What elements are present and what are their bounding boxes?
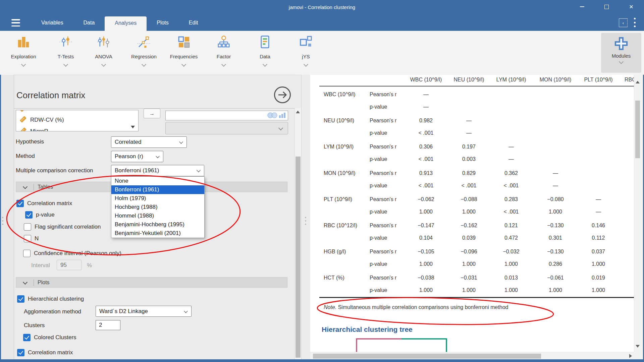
results-vertical-scrollbar[interactable] xyxy=(634,75,641,352)
checkbox-p-value[interactable]: p-value xyxy=(25,211,55,219)
maximize-button[interactable] xyxy=(599,0,614,13)
row-label: HCT (%) xyxy=(324,275,344,281)
table-note: Note. Simultaneous multiple correlation … xyxy=(324,304,508,310)
plots-section-header[interactable]: Plots xyxy=(16,277,287,288)
table-cell: < .001 xyxy=(404,183,448,189)
ribbon-item-anova[interactable]: ANOVA xyxy=(85,32,122,73)
scrollbar-thumb[interactable] xyxy=(635,101,640,158)
stat-label: Pearson's r xyxy=(370,144,396,150)
stat-label: Pearson's r xyxy=(370,196,396,202)
method-value: Pearson (r) xyxy=(115,153,143,160)
list-item-micror[interactable]: MicroR xyxy=(16,127,138,131)
tab-data[interactable]: Data xyxy=(73,15,105,31)
ribbon-item-t-tests[interactable]: T-Tests xyxy=(47,32,84,73)
hamburger-menu-icon[interactable] xyxy=(11,19,21,26)
table-cell: — xyxy=(577,196,620,202)
assigned-variables-box[interactable] xyxy=(165,111,288,120)
tab-plots[interactable]: Plots xyxy=(147,15,179,31)
scroll-up-icon[interactable] xyxy=(636,81,640,83)
variables-list[interactable]: RDW-CV (%) MicroR xyxy=(16,110,139,131)
table-header-rule xyxy=(319,86,634,86)
scroll-up-icon[interactable] xyxy=(296,111,300,113)
ribbon-item-exploration[interactable]: Exploration xyxy=(5,32,42,73)
list-item-rdw-cv[interactable]: RDW-CV (%) xyxy=(16,116,138,124)
maximize-icon xyxy=(604,5,609,9)
options-panel-scrollbar[interactable] xyxy=(294,108,302,359)
ribbon-item-jys[interactable]: jYS xyxy=(287,32,324,73)
table-cell: 0.003 xyxy=(447,156,491,162)
analysis-title: Correlation matrix xyxy=(16,90,85,101)
results-panel: WBC (10^9/l)NEU (10^9/l)LYM (10^9/l)MON … xyxy=(310,75,634,359)
factor-icon xyxy=(205,34,242,52)
interval-input[interactable]: 95 xyxy=(57,260,82,270)
scrollbar-thumb[interactable] xyxy=(296,157,301,358)
splitter-drag-handle[interactable] xyxy=(305,217,306,225)
modules-button[interactable]: Modules xyxy=(601,33,641,73)
checkbox-hierarchical-clustering[interactable]: Hierarchical clustering xyxy=(17,295,84,303)
checked-checkbox-icon xyxy=(23,334,31,341)
ribbon-item-data[interactable]: Data xyxy=(247,32,283,73)
clusters-input[interactable]: 2 xyxy=(96,320,120,330)
table-cell: — xyxy=(404,92,448,98)
dropdown-option-holm-1979-[interactable]: Holm (1979) xyxy=(111,194,204,203)
list-scroll-down-icon[interactable] xyxy=(131,126,135,128)
continuous-variable-icon xyxy=(19,116,27,125)
scroll-down-icon[interactable] xyxy=(636,345,640,348)
table-cell: 1.000 xyxy=(447,287,491,293)
assign-variable-button[interactable]: → xyxy=(144,109,160,118)
correction-label: Multiple comparison correction xyxy=(16,167,93,174)
chevron-down-icon xyxy=(142,62,146,67)
variable-label: RDW-CV (%) xyxy=(30,117,64,123)
stat-label: p-value xyxy=(370,104,387,110)
tab-variables[interactable]: Variables xyxy=(31,15,73,31)
checkbox-colored-clusters[interactable]: Colored Clusters xyxy=(23,334,76,341)
hypothesis-label: Hypothesis xyxy=(16,138,44,145)
run-analysis-button[interactable] xyxy=(274,86,291,103)
results-horizontal-scrollbar[interactable] xyxy=(310,352,634,360)
collapse-results-icon[interactable]: ‹ xyxy=(619,18,628,27)
table-cell: — xyxy=(447,118,491,124)
table-cell: — xyxy=(404,104,448,110)
ribbon-item-frequencies[interactable]: Frequencies xyxy=(165,32,202,73)
tab-analyses[interactable]: Analyses xyxy=(105,16,147,31)
hypothesis-select[interactable]: Correlated xyxy=(111,136,187,148)
table-cell: — xyxy=(534,183,577,189)
dropdown-option-benjamini-hochberg-1995-[interactable]: Benjamini-Hochberg (1995) xyxy=(111,220,204,229)
stat-label: Pearson's r xyxy=(370,118,396,124)
dropdown-option-bonferroni-1961-[interactable]: Bonferroni (1961) xyxy=(111,185,204,194)
minimize-icon xyxy=(580,6,584,7)
left-drag-handle[interactable] xyxy=(2,217,3,225)
table-cell: — xyxy=(447,130,491,136)
row-label: WBC (10^9/l) xyxy=(324,92,356,98)
dropdown-option-hommel-1988-[interactable]: Hommel (1988) xyxy=(111,212,204,220)
kebab-menu-icon[interactable] xyxy=(632,18,637,27)
scroll-right-icon[interactable] xyxy=(629,354,632,358)
dropdown-option-hochberg-1988-[interactable]: Hochberg (1988) xyxy=(111,203,204,212)
checkbox-correlation-matrix[interactable]: Correlation matrix xyxy=(16,200,72,207)
checkbox-confidence-interval-pearson-only-[interactable]: Confidence interval (Pearson only) xyxy=(23,250,121,257)
tab-edit[interactable]: Edit xyxy=(179,15,208,31)
scrollbar-thumb[interactable] xyxy=(313,354,541,359)
ribbon-item-factor[interactable]: Factor xyxy=(205,32,242,73)
tables-section-label: Tables xyxy=(38,182,53,192)
correction-select[interactable]: Bonferroni (1961) xyxy=(111,165,204,176)
ribbon-item-regression[interactable]: Regression xyxy=(125,32,162,73)
checkbox-correlation-matrix[interactable]: Correlation matrix xyxy=(17,349,73,356)
titlebar: jamovi - Correlation clustering ✕ xyxy=(0,0,644,15)
dropdown-option-benjamini-yekutieli-2001-[interactable]: Benjamini-Yekutieli (2001) xyxy=(111,229,204,238)
checkbox-flag-significant-correlation[interactable]: Flag significant correlation xyxy=(24,223,101,231)
checkbox-n[interactable]: N xyxy=(24,235,39,242)
left-gutter xyxy=(0,75,14,359)
panel-splitter[interactable] xyxy=(301,75,311,359)
stat-label: Pearson's r xyxy=(370,275,396,281)
table-cell: 0.283 xyxy=(489,196,533,202)
agglomeration-select[interactable]: Ward´s D2 Linkage xyxy=(96,306,192,317)
minimize-button[interactable] xyxy=(574,0,590,13)
method-select[interactable]: Pearson (r) xyxy=(111,151,163,162)
menubar: VariablesDataAnalysesPlotsEdit ‹ xyxy=(0,15,644,31)
dropdown-option-none[interactable]: None xyxy=(111,177,204,185)
chevron-down-icon xyxy=(156,154,159,158)
close-button[interactable]: ✕ xyxy=(624,0,639,13)
table-cell: 1.000 xyxy=(489,261,533,267)
table-cell: < .001 xyxy=(404,156,448,162)
